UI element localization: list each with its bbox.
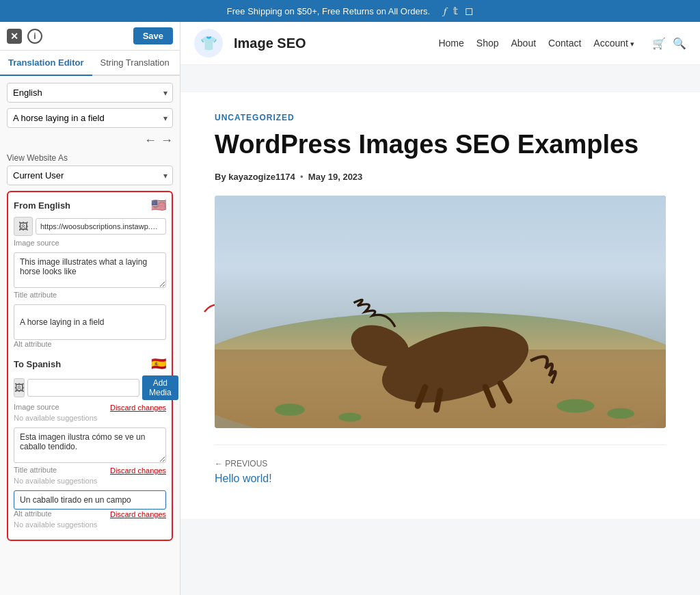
view-website-label: View Website As [7, 153, 173, 163]
to-title-textarea[interactable]: Esta imagen ilustra cómo se ve un caball… [14, 427, 166, 463]
prev-arrow[interactable]: ← [144, 133, 157, 148]
nav-contact[interactable]: Contact [548, 38, 581, 49]
meta-author: kayazogize1174 [228, 172, 295, 182]
social-icons: 𝑓 𝕥 ◻ [444, 5, 473, 17]
article-category: UNCATEGORIZED [215, 113, 666, 122]
tab-string-translation[interactable]: String Translation [92, 51, 178, 76]
from-image-source-group: 🖼 Image source [14, 217, 166, 247]
nav-arrows: ← → [7, 133, 173, 148]
from-alt-group: Alt attribute [14, 304, 166, 348]
user-select[interactable]: Current User Guest [7, 166, 173, 185]
save-button[interactable]: Save [133, 27, 173, 44]
horse-illustration [215, 196, 666, 428]
main-layout: ✕ i Save Translation Editor String Trans… [0, 22, 700, 595]
info-icon: i [33, 31, 36, 41]
nav-about[interactable]: About [511, 38, 537, 49]
from-image-source-label: Image source [14, 239, 166, 247]
previous-section: PREVIOUS Hello world! [215, 445, 666, 499]
left-panel: ✕ i Save Translation Editor String Trans… [0, 22, 180, 595]
user-select-wrapper: Current User Guest [7, 166, 173, 185]
nav-home[interactable]: Home [438, 38, 463, 49]
from-title-group: This image illustrates what a laying hor… [14, 252, 166, 299]
to-flag: 🇪🇸 [151, 356, 166, 371]
to-image-source-row: 🖼 Add Media [14, 375, 166, 400]
search-icon[interactable]: 🔍 [673, 37, 686, 50]
site-header: 👕 Image SEO Home Shop About Contact Acco… [180, 22, 700, 65]
article-content: UNCATEGORIZED WordPress Images SEO Examp… [180, 92, 700, 519]
language-select-wrapper: English Spanish French [7, 83, 173, 103]
svg-point-8 [557, 399, 595, 412]
to-alt-no-suggestions: No available suggestions [14, 520, 166, 529]
article-image-wrapper: ✏️ [215, 196, 666, 428]
announcement-bar: Free Shipping on $50+, Free Returns on A… [0, 0, 700, 22]
to-section-header: To Spanish 🇪🇸 [14, 356, 166, 371]
to-image-icon[interactable]: 🖼 [14, 378, 25, 397]
site-name: Image SEO [234, 36, 306, 51]
to-alt-label: Alt attribute [14, 510, 52, 518]
to-alt-discard[interactable]: Discard changes [110, 510, 166, 518]
to-section-label: To Spanish [14, 359, 61, 369]
from-flag: 🇺🇸 [151, 198, 166, 213]
announcement-text: Free Shipping on $50+, Free Returns on A… [227, 6, 430, 16]
content-select-wrapper: A horse laying in a field [7, 108, 173, 128]
site-logo: 👕 [194, 29, 223, 57]
nav-account[interactable]: Account [593, 38, 634, 49]
to-alt-label-row: Alt attribute Discard changes [14, 510, 166, 519]
to-title-label: Title attribute [14, 466, 57, 474]
to-title-label-row: Title attribute Discard changes [14, 466, 166, 475]
to-image-source-label-row: Image source Discard changes [14, 403, 166, 412]
to-title-group: Esta imagen ilustra cómo se ve un caball… [14, 427, 166, 485]
next-arrow[interactable]: → [161, 133, 173, 148]
to-url-input[interactable] [27, 379, 139, 397]
to-title-no-suggestions: No available suggestions [14, 477, 166, 485]
to-alt-input[interactable] [14, 490, 166, 510]
to-alt-group: Alt attribute Discard changes No availab… [14, 490, 166, 529]
to-image-discard[interactable]: Discard changes [110, 404, 166, 412]
panel-content: English Spanish French A horse laying in… [0, 76, 180, 595]
from-section-label: From English [14, 200, 70, 211]
content-select[interactable]: A horse laying in a field [7, 108, 173, 128]
from-image-source-row: 🖼 [14, 217, 166, 236]
tab-translation-editor[interactable]: Translation Editor [0, 51, 92, 76]
cart-icon[interactable]: 🛒 [652, 37, 666, 50]
meta-date: May 19, 2023 [308, 172, 363, 182]
previous-title[interactable]: Hello world! [215, 473, 666, 485]
site-nav: Home Shop About Contact Account 🛒 🔍 [438, 37, 686, 50]
instagram-icon[interactable]: ◻ [465, 5, 473, 17]
svg-point-6 [275, 404, 305, 416]
info-button[interactable]: i [27, 29, 42, 44]
article-meta: By kayazogize1174 • May 19, 2023 [215, 172, 666, 182]
add-media-button[interactable]: Add Media [142, 375, 178, 400]
tabs: Translation Editor String Translation [0, 51, 180, 76]
from-alt-label: Alt attribute [14, 340, 166, 348]
from-title-textarea[interactable]: This image illustrates what a laying hor… [14, 252, 166, 288]
panel-header: ✕ i Save [0, 22, 180, 51]
svg-point-9 [607, 408, 634, 418]
from-url-input[interactable] [36, 218, 166, 235]
translation-box: From English 🇺🇸 🖼 Image source This imag… [7, 191, 173, 541]
to-image-source-label: Image source [14, 403, 59, 411]
from-alt-input[interactable] [14, 304, 166, 340]
to-image-no-suggestions: No available suggestions [14, 414, 166, 422]
nav-icons: 🛒 🔍 [652, 37, 686, 50]
logo-icon: 👕 [200, 35, 217, 51]
right-panel: 👕 Image SEO Home Shop About Contact Acco… [180, 22, 700, 595]
to-title-discard[interactable]: Discard changes [110, 466, 166, 475]
close-button[interactable]: ✕ [7, 29, 22, 44]
from-image-icon[interactable]: 🖼 [14, 217, 33, 236]
article-image [215, 196, 666, 428]
previous-label: PREVIOUS [215, 459, 666, 468]
svg-point-7 [339, 412, 362, 421]
language-select[interactable]: English Spanish French [7, 83, 173, 103]
from-title-label: Title attribute [14, 291, 166, 299]
article-title: WordPress Images SEO Examples [215, 129, 666, 161]
nav-shop[interactable]: Shop [476, 38, 499, 49]
facebook-icon[interactable]: 𝑓 [444, 5, 446, 17]
close-icon: ✕ [10, 31, 18, 42]
meta-by: By [215, 172, 226, 182]
from-section-header: From English 🇺🇸 [14, 198, 166, 213]
twitter-icon[interactable]: 𝕥 [453, 5, 458, 17]
to-image-source-group: 🖼 Add Media Image source Discard changes… [14, 375, 166, 422]
